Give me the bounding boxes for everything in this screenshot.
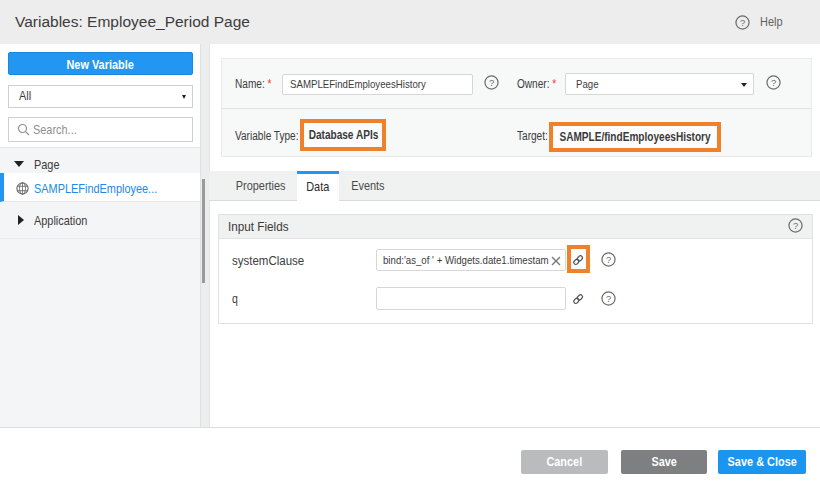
svg-text:?: ? [606, 294, 611, 304]
svg-text:?: ? [606, 255, 611, 265]
svg-text:?: ? [793, 221, 798, 231]
svg-text:?: ? [771, 78, 776, 88]
svg-text:?: ? [740, 18, 745, 28]
svg-text:?: ? [489, 78, 494, 88]
